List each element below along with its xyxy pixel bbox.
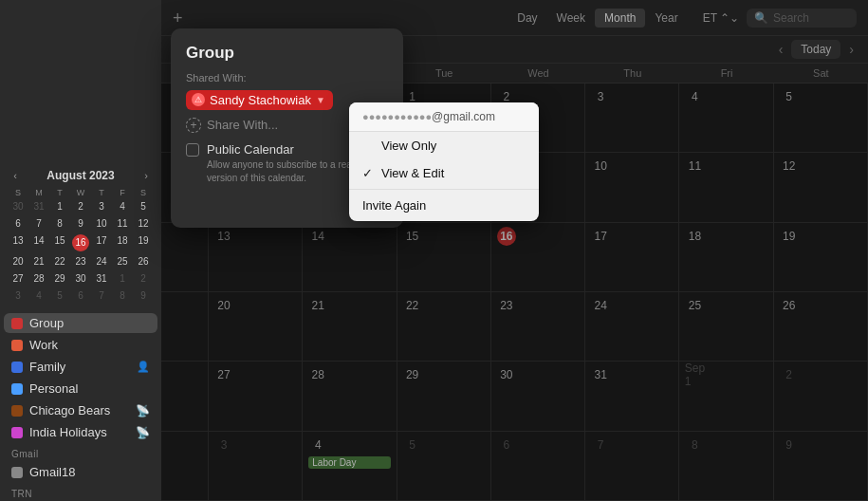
mini-cal-day[interactable]: 6	[70, 288, 91, 305]
person-chip[interactable]: ⚠ Sandy Stachowiak ▼	[186, 90, 333, 110]
mini-cal-day[interactable]: 9	[70, 215, 91, 232]
india-holidays-broadcast-icon: 📡	[136, 426, 150, 439]
mini-cal-day[interactable]: 2	[70, 198, 91, 215]
mini-cal-day[interactable]: 25	[112, 253, 133, 270]
group-modal-title: Group	[186, 44, 388, 63]
mini-cal-day[interactable]: 6	[8, 215, 28, 232]
dropdown-view-only[interactable]: View Only	[349, 132, 539, 159]
mini-cal-day[interactable]: 9	[133, 288, 154, 305]
sidebar-item-group-label: Group	[29, 316, 150, 330]
mini-cal-dow: S	[8, 187, 28, 198]
mini-cal-dow: T	[91, 187, 112, 198]
india-holidays-color-dot	[11, 427, 23, 438]
mini-cal-day[interactable]: 4	[112, 198, 133, 215]
mini-cal-day[interactable]: 3	[91, 198, 112, 215]
mini-cal-day[interactable]: 26	[133, 253, 154, 270]
mini-cal-day[interactable]: 31	[28, 198, 49, 215]
mini-cal-dow: F	[112, 187, 133, 198]
sidebar-item-work[interactable]: Work	[4, 335, 157, 355]
mini-cal-day[interactable]: 15	[49, 232, 70, 253]
dropdown-view-edit[interactable]: ✓ View & Edit	[349, 159, 539, 187]
mini-cal-dow: T	[49, 187, 70, 198]
mini-cal-day[interactable]: 13	[8, 232, 28, 253]
mini-cal-day[interactable]: 12	[133, 215, 154, 232]
mini-cal-day[interactable]: 1	[49, 198, 70, 215]
mini-cal-day[interactable]: 17	[91, 232, 112, 253]
sidebar-item-work-label: Work	[29, 338, 150, 352]
chicago-bears-broadcast-icon: 📡	[136, 404, 150, 418]
mini-cal-day[interactable]: 4	[28, 288, 49, 305]
family-color-dot	[11, 362, 23, 373]
mini-cal-day[interactable]: 1	[112, 270, 133, 288]
dropdown-view-edit-label: View & Edit	[381, 166, 444, 180]
mini-cal-day[interactable]: 11	[112, 215, 133, 232]
mini-cal-day[interactable]: 5	[133, 198, 154, 215]
personal-color-dot	[11, 383, 23, 395]
mini-cal-day[interactable]: 8	[112, 288, 133, 305]
sidebar: ‹ August 2023 › SMTWTFS30311234567891011…	[0, 0, 161, 501]
family-badge: 👤	[137, 361, 150, 373]
view-edit-check-icon: ✓	[362, 166, 376, 180]
mini-cal-dow: W	[70, 187, 91, 198]
gmail-section-label: Gmail	[0, 443, 161, 461]
mini-cal-day[interactable]: 21	[28, 253, 49, 270]
mini-cal-day[interactable]: 30	[8, 198, 28, 215]
trn-section-label: TRN	[0, 483, 161, 501]
group-color-dot	[11, 318, 23, 329]
person-chip-icon: ⚠	[192, 93, 205, 106]
sidebar-item-family[interactable]: Family 👤	[4, 357, 157, 377]
dropdown-invite-again[interactable]: Invite Again	[349, 192, 539, 221]
mini-cal-day[interactable]: 7	[91, 288, 112, 305]
sidebar-item-chicago-bears-label: Chicago Bears	[29, 403, 132, 418]
mini-cal-day[interactable]: 3	[8, 288, 28, 305]
mini-cal-title: August 2023	[46, 169, 114, 182]
mini-cal-day[interactable]: 16	[70, 232, 91, 253]
mini-cal-prev[interactable]: ‹	[8, 168, 23, 183]
mini-cal-day[interactable]: 27	[8, 270, 28, 288]
sidebar-item-chicago-bears[interactable]: Chicago Bears 📡	[4, 400, 157, 420]
mini-cal-day[interactable]: 5	[49, 288, 70, 305]
dropdown-email-text: @gmail.com	[432, 110, 495, 123]
mini-cal-dow: S	[133, 187, 154, 198]
dropdown-email: ●●●●●●●●●●●@gmail.com	[349, 102, 539, 132]
mini-cal-day[interactable]: 30	[70, 270, 91, 288]
share-with-label: Share With...	[207, 118, 278, 132]
mini-cal-day[interactable]: 14	[28, 232, 49, 253]
mini-cal-day[interactable]: 19	[133, 232, 154, 253]
public-calendar-checkbox[interactable]	[186, 143, 199, 157]
sidebar-item-personal[interactable]: Personal	[4, 379, 157, 399]
sidebar-item-gmail18[interactable]: Gmail18	[4, 462, 157, 482]
dropdown-popup: ●●●●●●●●●●●@gmail.com View Only ✓ View &…	[349, 102, 539, 221]
sidebar-item-personal-label: Personal	[29, 381, 150, 396]
sidebar-item-india-holidays[interactable]: India Holidays 📡	[4, 422, 157, 442]
sidebar-item-group[interactable]: Group	[4, 313, 157, 333]
sidebar-item-gmail18-label: Gmail18	[29, 465, 150, 479]
mini-cal-dow: M	[28, 187, 49, 198]
person-chip-name: Sandy Stachowiak	[210, 93, 311, 107]
mini-cal-next[interactable]: ›	[139, 168, 154, 183]
dropdown-view-only-label: View Only	[381, 139, 436, 153]
view-only-check-icon	[362, 139, 376, 153]
mini-cal-day[interactable]: 24	[91, 253, 112, 270]
share-with-icon: +	[186, 118, 201, 133]
main-area: + Day Week Month Year ET ⌃⌄ 🔍 ‹ Today › …	[161, 0, 868, 501]
dropdown-invite-again-label: Invite Again	[362, 198, 426, 213]
mini-cal-day[interactable]: 31	[91, 270, 112, 288]
mini-cal-day[interactable]: 20	[8, 253, 28, 270]
mini-cal-day[interactable]: 10	[91, 215, 112, 232]
mini-cal-day[interactable]: 7	[28, 215, 49, 232]
mini-cal-day[interactable]: 2	[133, 270, 154, 288]
mini-cal-grid: SMTWTFS303112345678910111213141516171819…	[8, 187, 154, 305]
chicago-bears-color-dot	[11, 405, 23, 417]
mini-cal-day[interactable]: 29	[49, 270, 70, 288]
gmail18-color-dot	[11, 467, 23, 478]
mini-cal-day[interactable]: 8	[49, 215, 70, 232]
mini-calendar: ‹ August 2023 › SMTWTFS30311234567891011…	[0, 160, 161, 312]
mini-cal-day[interactable]: 23	[70, 253, 91, 270]
mini-cal-day[interactable]: 18	[112, 232, 133, 253]
mini-cal-day[interactable]: 22	[49, 253, 70, 270]
shared-with-label: Shared With:	[186, 72, 388, 84]
dropdown-divider	[349, 189, 539, 190]
mini-cal-day[interactable]: 28	[28, 270, 49, 288]
sidebar-item-family-label: Family	[29, 360, 133, 374]
